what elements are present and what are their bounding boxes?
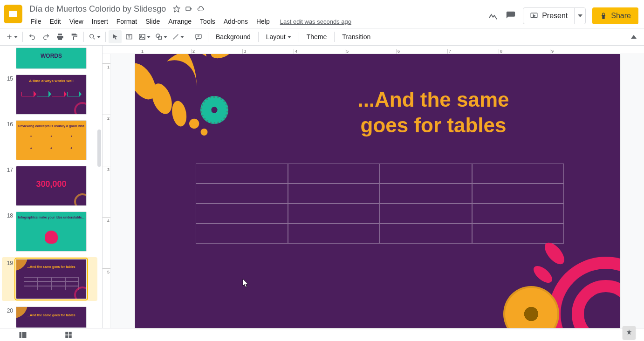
transition-button[interactable]: Transition: [337, 30, 375, 43]
line-tool[interactable]: [170, 30, 186, 43]
menu-edit[interactable]: Edit: [46, 16, 65, 27]
background-button[interactable]: Background: [211, 30, 255, 43]
slide-number: [2, 48, 16, 48]
layout-button[interactable]: Layout: [261, 30, 296, 43]
menu-view[interactable]: View: [66, 16, 87, 27]
svg-rect-29: [65, 335, 68, 338]
flower-decoration-teal: [200, 96, 228, 124]
header-bar: Día de Muertos Colorido by Slidesgo File…: [0, 0, 644, 28]
explore-button[interactable]: [623, 326, 636, 339]
collapse-toolbar-icon[interactable]: [627, 30, 640, 43]
slides-logo-inner: [9, 11, 17, 17]
mouse-cursor-icon: [242, 279, 249, 288]
present-button[interactable]: Present: [523, 8, 574, 24]
svg-rect-1: [186, 7, 190, 11]
swirl-decoration-top-left: [135, 54, 256, 166]
vertical-ruler[interactable]: 12345: [103, 54, 111, 328]
svg-point-21: [531, 263, 555, 286]
thumb-title: ...And the same goes for tables: [16, 314, 86, 317]
textbox-tool[interactable]: [123, 30, 136, 43]
slide-number: 15: [2, 75, 16, 82]
toolbar: Background Layout Theme Transition: [0, 28, 644, 46]
share-button[interactable]: Share: [592, 7, 638, 24]
svg-point-13: [189, 119, 199, 129]
slide-number: 17: [2, 166, 16, 173]
filmstrip-scrollbar[interactable]: [97, 130, 101, 167]
menu-tools[interactable]: Tools: [196, 16, 219, 27]
slide-title-text[interactable]: ...And the same goes for tables: [275, 87, 592, 138]
slide-thumb-20[interactable]: ...And the same goes for tables: [16, 307, 87, 328]
activity-dashboard-icon[interactable]: [487, 10, 499, 21]
thumb-title: Reviewing concepts is usually a good ide…: [16, 124, 86, 128]
svg-rect-30: [69, 335, 72, 338]
new-slide-button[interactable]: [4, 30, 20, 43]
svg-rect-26: [22, 332, 27, 338]
paint-format-button[interactable]: [68, 30, 81, 43]
svg-rect-5: [139, 34, 145, 40]
menu-format[interactable]: Format: [113, 16, 141, 27]
slide-thumb-15[interactable]: A time always works well: [16, 75, 87, 115]
svg-rect-25: [20, 332, 22, 338]
menu-slide[interactable]: Slide: [142, 16, 164, 27]
image-tool[interactable]: [137, 30, 152, 43]
filmstrip-view-icon[interactable]: [19, 331, 27, 339]
svg-point-3: [90, 34, 94, 38]
slide-number: 19: [2, 259, 16, 266]
slide-number: 20: [2, 307, 16, 314]
svg-rect-28: [69, 332, 72, 334]
footer-bar: [0, 328, 644, 341]
grid-view-icon[interactable]: [64, 331, 73, 339]
star-icon[interactable]: [173, 5, 180, 13]
thumb-title: ...And the same goes for tables: [16, 265, 86, 268]
slide-thumb-17[interactable]: 300,000: [16, 166, 87, 206]
slide-number: 18: [2, 211, 16, 219]
svg-point-17: [209, 54, 234, 61]
horizontal-ruler[interactable]: 123456789: [103, 46, 644, 54]
slide-thumb-18[interactable]: Infographics make your idea understable.…: [16, 211, 87, 252]
svg-point-20: [541, 239, 568, 268]
slide-canvas-area: 123456789 12345: [103, 46, 644, 328]
svg-marker-0: [173, 6, 179, 12]
menu-insert[interactable]: Insert: [88, 16, 112, 27]
shape-tool[interactable]: [153, 30, 169, 43]
layout-label: Layout: [266, 33, 286, 41]
slide-thumb-16[interactable]: Reviewing concepts is usually a good ide…: [16, 120, 87, 160]
thumb-title: 300,000: [16, 179, 86, 189]
print-button[interactable]: [54, 30, 67, 43]
undo-button[interactable]: [26, 30, 39, 43]
slide-title-line1: ...And the same: [357, 88, 509, 111]
menu-addons[interactable]: Add-ons: [220, 16, 252, 27]
last-edit-link[interactable]: Last edit was seconds ago: [280, 18, 351, 25]
slide-title-line2: goes for tables: [361, 114, 507, 136]
menu-bar: File Edit View Insert Format Slide Arran…: [27, 15, 487, 28]
slide-number: 16: [2, 120, 16, 128]
menu-arrange[interactable]: Arrange: [164, 16, 195, 27]
thumb-title: Infographics make your idea understable.…: [16, 216, 86, 219]
theme-button[interactable]: Theme: [302, 30, 332, 43]
svg-rect-9: [196, 34, 201, 39]
svg-point-12: [170, 100, 188, 128]
document-title-input[interactable]: Día de Muertos Colorido by Slidesgo: [27, 3, 168, 15]
slide-thumb-19[interactable]: ...And the same goes for tables: [16, 259, 87, 299]
app-logo-slides[interactable]: [4, 5, 22, 23]
present-dropdown[interactable]: [574, 8, 585, 24]
zoom-button[interactable]: [87, 30, 103, 43]
menu-file[interactable]: File: [27, 16, 45, 27]
svg-point-19: [578, 286, 620, 328]
redo-button[interactable]: [40, 30, 53, 43]
svg-point-14: [201, 129, 208, 136]
comments-icon[interactable]: [505, 10, 516, 21]
menu-help[interactable]: Help: [253, 16, 274, 27]
svg-rect-27: [65, 332, 68, 334]
current-slide[interactable]: ...And the same goes for tables: [135, 54, 620, 328]
thumb-title: A time always works well: [16, 79, 86, 83]
move-icon[interactable]: [185, 5, 192, 13]
comment-tool[interactable]: [192, 30, 205, 43]
filmstrip-panel[interactable]: WORDS 15 A time always works well: [0, 46, 103, 328]
thumb-title: WORDS: [41, 53, 62, 59]
share-label: Share: [611, 12, 631, 20]
select-tool[interactable]: [109, 30, 122, 43]
present-label: Present: [542, 12, 568, 20]
cloud-saved-icon[interactable]: [197, 5, 205, 13]
slide-thumb-14[interactable]: WORDS: [16, 48, 87, 69]
